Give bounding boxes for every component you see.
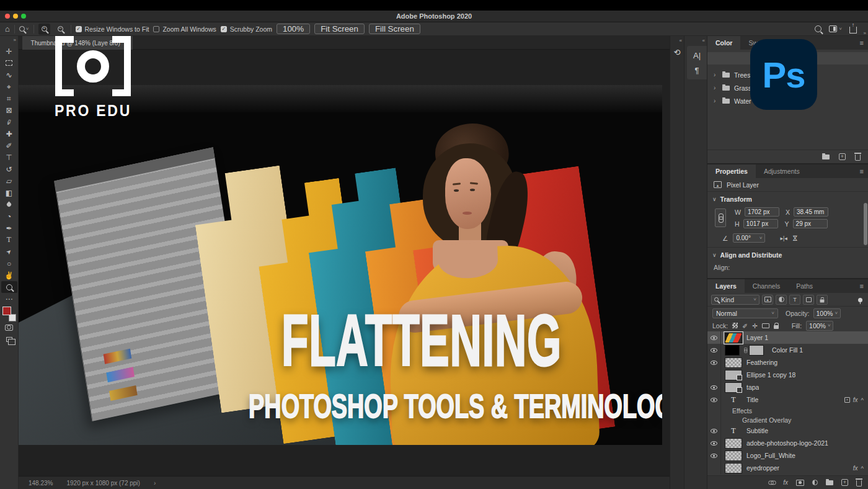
- gradient-tool[interactable]: ◧: [1, 187, 17, 199]
- adjustment-layer-icon[interactable]: [812, 480, 818, 485]
- filter-toggle-icon[interactable]: [858, 296, 862, 303]
- foreground-color-swatch[interactable]: [2, 307, 11, 315]
- layer-thumbnail[interactable]: [725, 463, 742, 473]
- layer-row[interactable]: Logo_Full_White: [707, 449, 868, 462]
- visibility-toggle[interactable]: [707, 415, 721, 424]
- effects-row[interactable]: Effects: [707, 406, 868, 415]
- history-panel-icon[interactable]: ⟲: [670, 45, 684, 60]
- shape-layer-thumbnail[interactable]: [725, 370, 742, 380]
- new-item-icon[interactable]: +: [839, 153, 846, 160]
- text-layer-thumbnail[interactable]: T: [725, 395, 742, 405]
- y-field[interactable]: 29 px: [793, 219, 828, 228]
- layer-thumbnail[interactable]: [725, 438, 742, 449]
- collapse-effects-icon[interactable]: ^: [861, 465, 864, 472]
- history-brush-tool[interactable]: ↺: [1, 163, 17, 175]
- type-tool[interactable]: T: [1, 234, 17, 246]
- collapse-dock-icon[interactable]: »: [864, 30, 866, 36]
- visibility-toggle[interactable]: [707, 356, 721, 369]
- zoom-all-windows-checkbox[interactable]: Zoom All Windows: [153, 25, 216, 33]
- panel-menu-icon[interactable]: ≡: [860, 282, 864, 290]
- collapse-tools-icon[interactable]: »: [14, 37, 16, 43]
- lock-position-icon[interactable]: ✛: [752, 322, 758, 330]
- layer-thumbnail[interactable]: [725, 357, 742, 368]
- filter-type-layers-icon[interactable]: T: [789, 295, 800, 305]
- paragraph-panel-icon[interactable]: ¶: [687, 63, 707, 78]
- dodge-tool[interactable]: ◔: [1, 210, 17, 222]
- search-icon[interactable]: [815, 25, 822, 32]
- pen-tool[interactable]: ✒: [1, 222, 17, 234]
- blur-tool[interactable]: [1, 199, 17, 210]
- brush-tool[interactable]: ✐: [1, 140, 17, 151]
- edit-toolbar-button[interactable]: ⋯: [1, 293, 17, 305]
- lock-pixels-icon[interactable]: ✐: [742, 322, 748, 330]
- chevron-right-icon[interactable]: ›: [714, 84, 718, 91]
- visibility-toggle[interactable]: [707, 344, 721, 356]
- layer-thumbnail[interactable]: [725, 451, 742, 461]
- fill-screen-button[interactable]: Fill Screen: [369, 24, 420, 34]
- shape-layer-thumbnail[interactable]: [725, 382, 742, 393]
- x-field[interactable]: 38.45 mm: [794, 207, 828, 217]
- tab-color[interactable]: Color: [707, 36, 740, 50]
- hand-tool[interactable]: ✌: [1, 269, 17, 281]
- layer-row[interactable]: Ellipse 1 copy 18: [707, 369, 868, 381]
- tab-properties[interactable]: Properties: [707, 164, 756, 178]
- filter-pixel-layers-icon[interactable]: ▴: [762, 295, 773, 305]
- effect-row[interactable]: Gradient Overlay: [707, 415, 868, 424]
- visibility-toggle[interactable]: [707, 462, 721, 474]
- frame-tool[interactable]: ⊠: [1, 104, 17, 116]
- tab-channels[interactable]: Channels: [745, 279, 788, 293]
- width-field[interactable]: 1702 px: [745, 207, 779, 217]
- clone-stamp-tool[interactable]: ⊤: [1, 151, 17, 163]
- character-panel-icon[interactable]: A|: [687, 48, 707, 63]
- fill-dropdown[interactable]: 100% ˅: [806, 321, 833, 331]
- zoom-tool-preset[interactable]: ˅: [19, 26, 29, 32]
- eraser-tool[interactable]: ▱: [1, 175, 17, 187]
- height-field[interactable]: 1017 px: [743, 219, 778, 228]
- status-chevron-icon[interactable]: ›: [154, 480, 156, 487]
- collapse-effects-icon[interactable]: ^: [861, 397, 864, 403]
- lock-transparency-icon[interactable]: [732, 323, 738, 328]
- expand-panels-icon[interactable]: «: [670, 36, 684, 45]
- visibility-toggle[interactable]: [707, 393, 721, 406]
- expand-panels-icon[interactable]: «: [684, 36, 707, 45]
- path-selection-tool[interactable]: ➤: [1, 246, 17, 258]
- visibility-toggle[interactable]: [707, 424, 721, 437]
- add-mask-icon[interactable]: [796, 480, 804, 486]
- fx-icon[interactable]: fx: [853, 465, 858, 472]
- lasso-tool[interactable]: ∿: [1, 69, 17, 81]
- layer-row[interactable]: Layer 1: [707, 331, 868, 344]
- panel-scrollbar[interactable]: [864, 203, 867, 245]
- zoom-out-button[interactable]: [55, 24, 66, 35]
- zoom-tool[interactable]: [1, 281, 17, 293]
- layer-row[interactable]: eyedropper fx ^: [707, 462, 868, 474]
- tab-paths[interactable]: Paths: [788, 279, 821, 293]
- layer-style-icon[interactable]: fx: [783, 479, 788, 486]
- filter-adjustment-layers-icon[interactable]: [776, 295, 787, 305]
- visibility-toggle[interactable]: [707, 437, 721, 449]
- visibility-toggle[interactable]: [707, 369, 721, 381]
- visibility-toggle[interactable]: [707, 449, 721, 462]
- zoom-in-button[interactable]: [38, 24, 50, 35]
- eyedropper-tool[interactable]: ✑: [1, 116, 17, 128]
- chevron-right-icon[interactable]: ›: [714, 97, 718, 104]
- blend-mode-dropdown[interactable]: Normal ˅: [712, 308, 778, 318]
- visibility-toggle[interactable]: [707, 406, 721, 415]
- marquee-tool[interactable]: [1, 57, 17, 69]
- new-group-icon[interactable]: [822, 155, 830, 159]
- quick-mask-button[interactable]: [1, 321, 17, 333]
- text-layer-thumbnail[interactable]: T: [725, 426, 742, 436]
- object-selection-tool[interactable]: ⌖: [1, 81, 17, 92]
- color-swatches-widget[interactable]: [2, 307, 17, 321]
- align-section-header[interactable]: ∨ Align and Distribute: [707, 249, 868, 261]
- fill-layer-thumbnail[interactable]: [725, 345, 740, 356]
- crop-tool[interactable]: ⌗: [1, 92, 17, 104]
- panel-menu-icon[interactable]: ≡: [860, 39, 864, 47]
- home-icon[interactable]: ⌂: [5, 24, 10, 34]
- layer-row[interactable]: Color Fill 1: [707, 344, 868, 356]
- visibility-toggle[interactable]: [707, 381, 721, 393]
- scrubby-zoom-checkbox[interactable]: ✓ Scrubby Zoom: [221, 25, 272, 33]
- link-dimensions-button[interactable]: [715, 209, 726, 227]
- fit-screen-button[interactable]: Fit Screen: [314, 24, 365, 34]
- resize-windows-checkbox[interactable]: ✓ Resize Windows to Fit: [76, 25, 149, 33]
- trash-icon[interactable]: [855, 155, 861, 161]
